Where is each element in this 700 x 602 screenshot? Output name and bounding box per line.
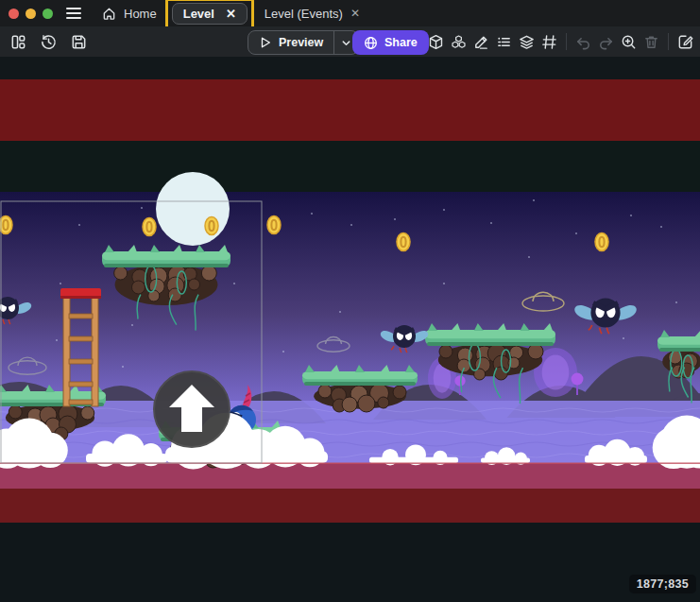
- scene-svg[interactable]: [0, 57, 700, 602]
- scene-toolbar: Preview Share: [0, 26, 700, 57]
- coin-sprite[interactable]: [267, 216, 281, 234]
- touch-up-arrow-button[interactable]: [154, 371, 230, 447]
- background-band: [0, 489, 700, 523]
- project-manager-icon[interactable]: [8, 30, 29, 53]
- share-button[interactable]: Share: [352, 30, 429, 55]
- background-band: [0, 523, 700, 602]
- tab-bar: Home Level ✕ Level (Events) ✕: [0, 0, 700, 26]
- moon-sprite[interactable]: [156, 172, 230, 246]
- star: [675, 301, 677, 303]
- star: [311, 213, 313, 215]
- toolbar-divider: [668, 33, 669, 50]
- preview-split-button: Preview: [248, 30, 359, 55]
- zoom-in-icon[interactable]: [618, 30, 640, 53]
- star: [528, 256, 530, 258]
- minimize-window-button[interactable]: [26, 9, 36, 19]
- star: [282, 351, 284, 353]
- preview-button-label: Preview: [279, 36, 323, 49]
- share-button-label: Share: [384, 36, 418, 49]
- tab-level-events[interactable]: Level (Events) ✕: [257, 0, 367, 26]
- coin-sprite[interactable]: [143, 218, 156, 236]
- edit-scene-properties-icon[interactable]: [674, 30, 696, 53]
- tab-level-events-close-icon[interactable]: ✕: [350, 8, 360, 19]
- coin-sprite[interactable]: [0, 216, 12, 234]
- window-controls: [9, 9, 53, 19]
- star: [78, 224, 80, 226]
- coin-sprite[interactable]: [205, 217, 218, 235]
- star: [233, 283, 235, 284]
- globe-icon: [364, 36, 378, 50]
- background-band: [0, 57, 700, 79]
- chevron-down-icon: [341, 38, 351, 48]
- layers-panel-icon[interactable]: [516, 30, 538, 53]
- object-groups-panel-icon[interactable]: [448, 30, 470, 53]
- instances-list-panel-icon[interactable]: [493, 30, 515, 53]
- star: [575, 232, 577, 234]
- star: [443, 209, 445, 211]
- grid-toggle-icon[interactable]: [538, 30, 560, 53]
- tab-level-events-label: Level (Events): [265, 7, 343, 21]
- home-icon: [102, 7, 116, 21]
- undo-icon[interactable]: [572, 30, 594, 53]
- background-band: [0, 141, 700, 192]
- background-band: [0, 79, 700, 141]
- delete-icon[interactable]: [640, 30, 662, 53]
- star: [533, 199, 535, 201]
- tab-level[interactable]: Level ✕: [172, 3, 248, 25]
- background-band: [0, 463, 700, 489]
- tab-home[interactable]: Home: [94, 0, 164, 26]
- star: [394, 218, 396, 220]
- star: [443, 283, 445, 284]
- star: [490, 222, 492, 224]
- star: [660, 226, 662, 228]
- redo-icon[interactable]: [595, 30, 617, 53]
- star: [56, 339, 58, 341]
- toolbar-divider: [566, 33, 567, 50]
- objects-panel-icon[interactable]: [425, 30, 447, 53]
- coin-sprite[interactable]: [595, 233, 608, 251]
- tab-home-label: Home: [124, 7, 157, 21]
- history-icon[interactable]: [38, 30, 60, 53]
- play-icon: [259, 36, 272, 49]
- tab-level-close-icon[interactable]: ✕: [226, 7, 236, 21]
- coin-sprite[interactable]: [397, 233, 410, 251]
- preview-button[interactable]: Preview: [248, 31, 333, 54]
- star: [623, 337, 624, 339]
- star: [350, 224, 352, 226]
- close-window-button[interactable]: [9, 9, 19, 19]
- cursor-coordinates-badge: 1877;835: [629, 575, 696, 593]
- star: [630, 215, 632, 216]
- zoom-window-button[interactable]: [43, 9, 53, 19]
- tab-level-label: Level: [183, 7, 214, 21]
- properties-panel-icon[interactable]: [470, 30, 492, 53]
- star: [131, 324, 133, 326]
- star: [60, 283, 61, 284]
- star: [339, 311, 341, 313]
- scene-canvas[interactable]: 1877;835: [0, 57, 700, 602]
- hamburger-menu-icon[interactable]: [66, 8, 81, 19]
- star: [122, 366, 124, 368]
- star: [141, 207, 143, 209]
- save-icon[interactable]: [68, 30, 90, 53]
- app-window: Home Level ✕ Level (Events) ✕: [0, 0, 700, 602]
